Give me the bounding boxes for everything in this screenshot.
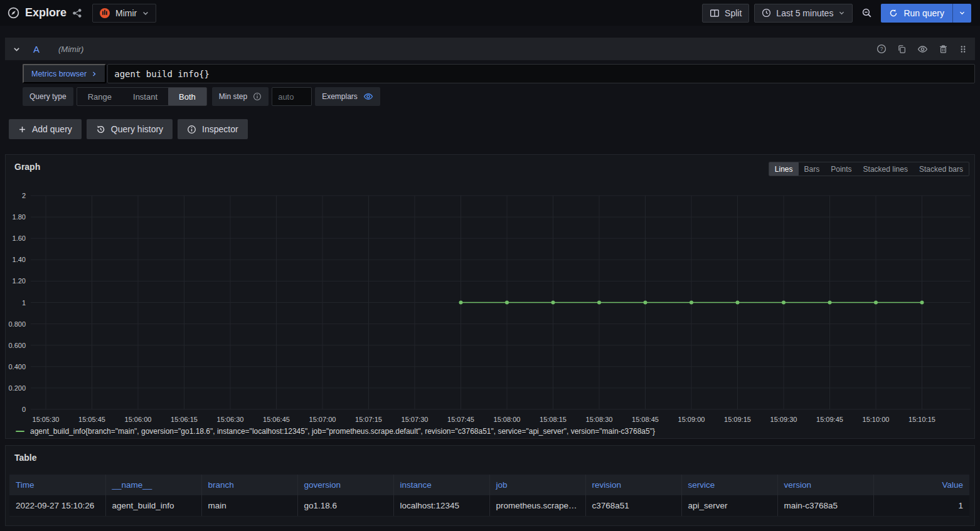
svg-text:15:09:30: 15:09:30 (770, 416, 797, 423)
cell-goversion: go1.18.6 (297, 495, 393, 516)
min-step-input[interactable] (272, 87, 312, 106)
svg-text:?: ? (880, 46, 883, 52)
svg-text:15:08:00: 15:08:00 (494, 416, 521, 423)
run-query-label: Run query (903, 8, 944, 18)
column-header-instance[interactable]: instance (393, 475, 489, 495)
column-header-branch[interactable]: branch (201, 475, 297, 495)
query-history-button[interactable]: Query history (87, 119, 173, 139)
time-range-picker[interactable]: Last 5 minutes (754, 4, 853, 23)
column-header-value[interactable]: Value (873, 475, 969, 495)
svg-text:2: 2 (22, 192, 26, 199)
graph-style-stacked-lines[interactable]: Stacked lines (858, 162, 913, 176)
datasource-name: Mimir (115, 8, 137, 18)
svg-text:0.400: 0.400 (8, 363, 26, 371)
query-row-header[interactable]: A (Mimir) ? (5, 38, 975, 60)
graph-panel: Graph Lines Bars Points Stacked lines St… (5, 154, 975, 439)
svg-text:15:07:30: 15:07:30 (402, 416, 429, 423)
add-query-button[interactable]: Add query (9, 119, 82, 139)
run-query-caret[interactable] (952, 4, 971, 23)
graph-style-toggle: Lines Bars Points Stacked lines Stacked … (769, 162, 969, 176)
query-type-both[interactable]: Both (168, 88, 206, 105)
datasource-picker[interactable]: Mimir (92, 4, 156, 23)
promql-expression-input[interactable] (107, 64, 975, 83)
svg-text:1.80: 1.80 (13, 213, 26, 221)
inspector-button[interactable]: Inspector (178, 119, 248, 139)
query-type-instant[interactable]: Instant (122, 88, 168, 105)
column-header-goversion[interactable]: goversion (297, 475, 393, 495)
hide-response-eye-icon[interactable] (917, 44, 928, 55)
cell-time: 2022-09-27 15:10:26 (9, 495, 105, 516)
svg-text:15:05:45: 15:05:45 (78, 416, 105, 423)
svg-text:15:06:30: 15:06:30 (217, 416, 244, 423)
table-panel-title: Table (14, 453, 37, 463)
svg-text:15:09:00: 15:09:00 (678, 416, 705, 423)
svg-text:15:07:00: 15:07:00 (309, 416, 336, 423)
plus-icon (18, 125, 26, 134)
add-query-label: Add query (32, 124, 72, 134)
drag-handle-icon[interactable] (959, 45, 967, 54)
graph-style-bars[interactable]: Bars (799, 162, 826, 176)
legend-item[interactable]: agent_build_info{branch="main", goversio… (16, 427, 655, 436)
chevron-down-icon (959, 9, 966, 16)
query-datasource-hint: (Mimir) (58, 45, 83, 54)
query-row-actions: ? (876, 44, 967, 55)
svg-text:15:08:45: 15:08:45 (632, 416, 659, 423)
cell-service: api_server (681, 495, 777, 516)
cell-instance: localhost:12345 (393, 495, 489, 516)
query-actions-row: Add query Query history Inspector (9, 119, 975, 139)
query-type-range[interactable]: Range (77, 88, 122, 105)
svg-text:1.60: 1.60 (13, 234, 26, 242)
query-ref-id[interactable]: A (33, 44, 40, 55)
svg-text:0.800: 0.800 (8, 320, 26, 328)
query-editor-section: A (Mimir) ? Metrics browser Query type R… (5, 38, 975, 139)
column-header-service[interactable]: service (681, 475, 777, 495)
duplicate-query-icon[interactable] (897, 45, 907, 54)
svg-text:15:06:00: 15:06:00 (125, 416, 152, 423)
graph-plot[interactable]: 00.2000.4000.6000.80011.201.401.601.8021… (6, 191, 976, 432)
graph-style-points[interactable]: Points (825, 162, 857, 176)
cell-value: 1 (873, 495, 969, 516)
query-editor-row: Metrics browser (23, 64, 975, 83)
column-header-revision[interactable]: revision (585, 475, 681, 495)
split-label: Split (725, 8, 742, 18)
metrics-browser-button[interactable]: Metrics browser (23, 64, 106, 83)
column-header-version[interactable]: version (777, 475, 873, 495)
graph-style-stacked-bars[interactable]: Stacked bars (913, 162, 969, 176)
svg-text:15:07:45: 15:07:45 (447, 416, 474, 423)
svg-text:0.200: 0.200 (8, 384, 26, 392)
toolbar-actions: Split Last 5 minutes Run query (702, 4, 971, 23)
mimir-logo-icon (99, 8, 110, 19)
history-icon (96, 125, 105, 134)
graph-style-lines[interactable]: Lines (769, 162, 799, 176)
exemplars-toggle-box: Exemplars (315, 87, 380, 106)
cell-name: agent_build_info (105, 495, 201, 516)
chevron-down-icon (838, 9, 845, 16)
column-header-time[interactable]: Time (9, 475, 105, 495)
zoom-out-button[interactable] (858, 4, 876, 23)
min-step-label-box: Min step (212, 87, 269, 106)
help-icon[interactable]: ? (876, 44, 887, 54)
table-row: 2022-09-27 15:10:26 agent_build_info mai… (9, 495, 969, 516)
query-type-radio-group: Range Instant Both (77, 87, 207, 106)
table-panel: Table Time __name__ branch goversion ins… (5, 445, 975, 526)
remove-query-trash-icon[interactable] (939, 45, 948, 54)
query-history-label: Query history (111, 124, 163, 134)
column-header-job[interactable]: job (489, 475, 585, 495)
legend-series-label: agent_build_info{branch="main", goversio… (30, 427, 655, 436)
split-button[interactable]: Split (702, 4, 749, 23)
svg-text:1.20: 1.20 (13, 277, 26, 285)
time-range-label: Last 5 minutes (776, 8, 833, 18)
query-type-label: Query type (23, 87, 73, 106)
svg-text:15:10:15: 15:10:15 (908, 416, 935, 423)
table-header-row: Time __name__ branch goversion instance … (9, 475, 969, 495)
collapse-chevron-icon[interactable] (13, 45, 21, 53)
svg-text:15:09:15: 15:09:15 (724, 416, 751, 423)
exemplars-eye-icon[interactable] (363, 92, 373, 102)
share-icon[interactable] (72, 8, 82, 18)
explore-compass-icon (8, 7, 19, 19)
column-header-name[interactable]: __name__ (105, 475, 201, 495)
svg-text:15:05:30: 15:05:30 (33, 416, 60, 423)
cell-job: prometheus.scrape.… (489, 495, 585, 516)
legend-series-swatch (16, 431, 24, 432)
run-query-button[interactable]: Run query (881, 4, 971, 23)
